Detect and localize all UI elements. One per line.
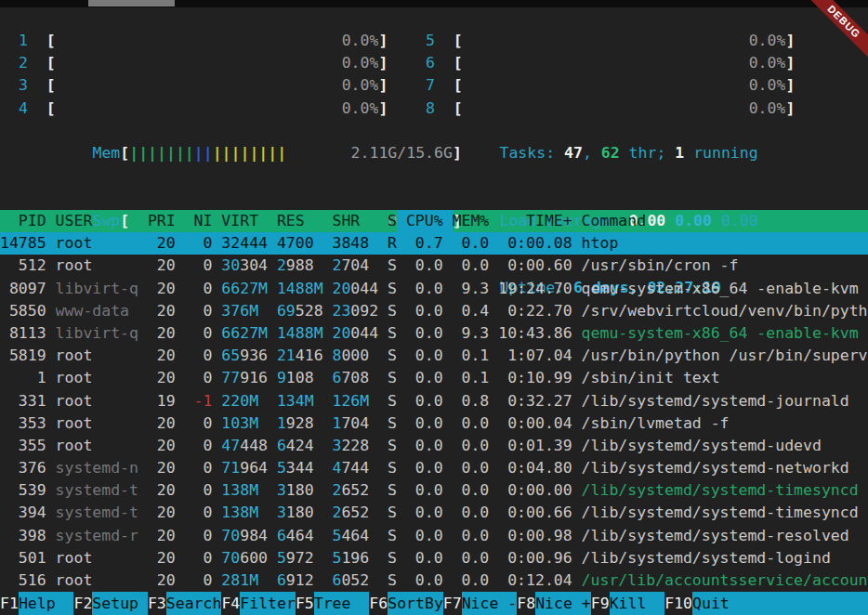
meter-bracket: ]	[785, 52, 795, 74]
command-cell: /usr/lib/accountsservice/accounts-	[582, 569, 868, 592]
tasks-sep: ,	[583, 144, 601, 162]
process-row[interactable]: 501 root 20 0 70600 5972 5196 S 0.0 0.0 …	[0, 547, 868, 569]
meter-bracket: [	[120, 142, 129, 164]
process-row[interactable]: 353 root 20 0 103M 1928 1704 S 0.0 0.0 0…	[0, 412, 868, 435]
header-state[interactable]: S	[388, 210, 397, 232]
header-virt[interactable]: VIRT	[221, 210, 268, 232]
user-cell: libvirt-q	[56, 278, 138, 300]
fkey-quit-button[interactable]: Quit	[692, 592, 868, 615]
cpu-meters: 1[0.0%]5[0.0%]2[0.0%]6[0.0%]3[0.0%]7[0.0…	[19, 30, 868, 120]
header-shr[interactable]: SHR	[332, 210, 378, 232]
fkey-sortby-button[interactable]: SortBy	[388, 592, 443, 615]
cpu-meter-2: 2[0.0%]	[19, 52, 388, 74]
cpu-meter-value: 0.0%	[749, 74, 786, 97]
memory-bar-pipe-green: |	[166, 144, 176, 162]
pid-cell: 501	[0, 547, 46, 569]
res-cell: 1928	[277, 412, 323, 435]
process-row[interactable]: 539 systemd-t 20 0 138M 3180 2652 S 0.0 …	[0, 479, 868, 502]
tasks-count: 47	[564, 144, 583, 162]
header-time[interactable]: TIME+	[498, 210, 572, 232]
command-cell: qemu-system-x86_64 -enable-kvm -na	[582, 322, 868, 345]
time-cell: 0:01.39	[498, 435, 572, 457]
res-cell: 5344	[277, 457, 323, 479]
header-res[interactable]: RES	[277, 210, 323, 232]
user-cell: www-data	[56, 300, 138, 322]
tasks-thr-label: thr;	[620, 144, 676, 162]
fkey-kill-button[interactable]: Kill	[610, 592, 665, 615]
process-row[interactable]: 355 root 20 0 47448 6424 3228 S 0.0 0.0 …	[0, 435, 868, 457]
cpu-meter-6: 6[0.0%]	[426, 52, 795, 74]
mem-pct-cell: 0.0	[453, 547, 490, 569]
fkey-help-button[interactable]: Help	[19, 592, 74, 615]
process-row[interactable]: 14785 root 20 0 32444 4700 3848 R 0.7 0.…	[0, 232, 868, 255]
mem-pct-cell: 0.0	[453, 255, 490, 277]
command-cell: /lib/systemd/systemd-timesyncd	[582, 479, 868, 502]
process-row[interactable]: 512 root 20 0 30304 2988 2704 S 0.0 0.0 …	[0, 255, 868, 277]
process-row[interactable]: 516 root 20 0 281M 6912 6052 S 0.0 0.0 0…	[0, 569, 868, 592]
fkey-nice-minus-button[interactable]: Nice -	[462, 592, 518, 615]
process-row[interactable]: 376 systemd-n 20 0 71964 5344 4744 S 0.0…	[0, 457, 868, 479]
shr-cell: 2652	[332, 502, 378, 524]
process-row[interactable]: 5819 root 20 0 65936 21416 8000 S 0.0 0.…	[0, 345, 868, 367]
header-command[interactable]: Command	[582, 210, 868, 232]
command-cell: /srv/webvirtcloud/venv/bin/python3	[582, 300, 868, 322]
fkey-label-nice-plus: F8	[517, 592, 535, 615]
header-pid[interactable]: PID	[0, 210, 46, 232]
fkey-search-button[interactable]: Search	[166, 592, 222, 615]
meter-bracket: ]	[785, 74, 795, 97]
process-row[interactable]: 8113 libvirt-q 20 0 6627M 1488M 20044 S …	[0, 322, 868, 345]
cpu-meter-line: 2[0.0%]6[0.0%]	[19, 52, 868, 74]
state-cell: S	[388, 300, 397, 322]
process-row[interactable]: 331 root 19 -1 220M 134M 126M S 0.0 0.8 …	[0, 390, 868, 412]
process-row[interactable]: 5850 www-data 20 0 376M 69528 23092 S 0.…	[0, 300, 868, 322]
fkey-label-search: F3	[148, 592, 166, 615]
cpu-meter-8: 8[0.0%]	[426, 98, 795, 120]
nice-cell: 0	[185, 255, 213, 277]
fkey-label-sortby: F6	[369, 592, 388, 615]
virt-cell: 71964	[221, 457, 268, 479]
cpu-pct-cell: 0.0	[406, 367, 443, 389]
header-cpu-sort-column[interactable]: CPU%	[406, 210, 443, 232]
header-ni[interactable]: NI	[185, 210, 213, 232]
process-row[interactable]: 398 systemd-r 20 0 70984 6464 5464 S 0.0…	[0, 525, 868, 547]
time-cell: 0:00.60	[498, 255, 572, 277]
state-cell: S	[388, 435, 397, 457]
fkey-label-tree: F5	[296, 592, 314, 615]
process-row[interactable]: 394 systemd-t 20 0 138M 3180 2652 S 0.0 …	[0, 502, 868, 524]
pid-cell: 331	[0, 390, 46, 412]
cpu-pct-cell: 0.0	[406, 300, 443, 322]
state-cell: S	[388, 367, 397, 389]
window-tab-indicator	[88, 0, 175, 7]
virt-cell: 65936	[221, 345, 268, 367]
process-row[interactable]: 1 root 20 0 77916 9108 6708 S 0.0 0.1 0:…	[0, 367, 868, 389]
fkey-tree-button[interactable]: Tree	[314, 592, 370, 615]
command-cell: /lib/systemd/systemd-logind	[582, 547, 868, 569]
nice-cell: 0	[185, 322, 213, 345]
fkey-filter-button[interactable]: Filter	[240, 592, 296, 615]
shr-cell: 2652	[332, 479, 378, 502]
header-pri[interactable]: PRI	[148, 210, 176, 232]
command-cell: /lib/systemd/systemd-udevd	[582, 435, 868, 457]
mem-pct-cell: 0.0	[453, 525, 490, 547]
cpu-meter-value: 0.0%	[749, 52, 786, 74]
memory-bar-pipe-blue: |	[204, 144, 213, 162]
header-user[interactable]: USER	[56, 210, 138, 232]
tasks-running: 1	[675, 144, 684, 162]
meter-bracket: [	[46, 52, 56, 74]
memory-meter: Mem[|||||||||||||||||2.11G/15.6G]	[92, 142, 461, 164]
process-row[interactable]: 8097 libvirt-q 20 0 6627M 1488M 20044 S …	[0, 278, 868, 300]
state-cell: S	[388, 569, 397, 592]
shr-cell: 126M	[332, 390, 378, 412]
cpu-meter-id: 8	[426, 98, 454, 120]
tasks-label: Tasks:	[499, 144, 564, 162]
shr-cell: 20044	[332, 322, 378, 345]
memory-bar-pipe-green: |	[176, 144, 185, 162]
virt-cell: 6627M	[221, 278, 268, 300]
tasks-threads: 62	[601, 144, 620, 162]
cpu-pct-cell: 0.0	[406, 479, 443, 502]
fkey-nice-plus-button[interactable]: Nice +	[535, 592, 591, 615]
header-mem[interactable]: MEM%	[453, 210, 490, 232]
priority-cell: 20	[148, 300, 176, 322]
fkey-setup-button[interactable]: Setup	[92, 592, 148, 615]
memory-bar-pipe-green: |	[185, 144, 194, 162]
